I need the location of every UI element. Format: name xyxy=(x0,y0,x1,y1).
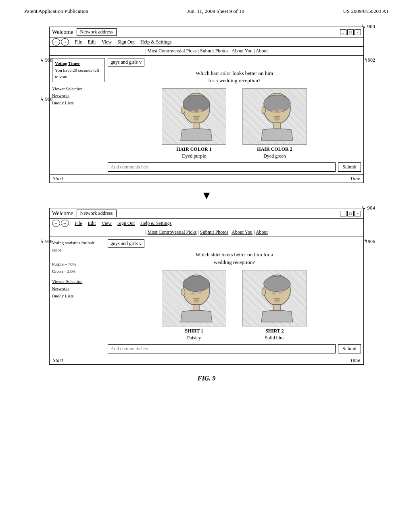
menu-edit-904[interactable]: Edit xyxy=(88,220,96,227)
voting-timer-900: Voting Timer You have 20 seconds left to… xyxy=(52,58,104,82)
patent-left: Patent Application Publication xyxy=(24,8,88,15)
filter-dropdown-900[interactable]: guys and girls v xyxy=(108,58,144,66)
svg-point-31 xyxy=(262,289,265,295)
close-btn-900[interactable]: × xyxy=(355,29,361,35)
photo-label-1-904: SHIRT 1 xyxy=(185,328,203,334)
stat1-904: Purple – 76% xyxy=(52,261,104,268)
submit-btn-900[interactable]: Submit xyxy=(338,162,361,172)
svg-point-7 xyxy=(181,107,185,114)
filter-row-904: guys and girls v xyxy=(108,239,361,248)
back-btn-900[interactable]: ← xyxy=(52,38,60,46)
svg-point-29 xyxy=(274,299,280,302)
photo-box-2-904[interactable] xyxy=(242,270,307,326)
titlebar-904: Welcome Network address _ □ × xyxy=(50,208,363,219)
nav-about-904[interactable]: About xyxy=(256,229,268,235)
networks-link-900[interactable]: Networks xyxy=(52,92,104,100)
photo-box-2-900[interactable] xyxy=(242,88,307,145)
fig-label: FIG. 9 xyxy=(49,375,364,382)
menu-view-904[interactable]: View xyxy=(102,220,112,227)
head-svg-1-900 xyxy=(168,90,220,143)
window-904: Welcome Network address _ □ × ← → File E… xyxy=(49,208,364,364)
svg-point-15 xyxy=(262,107,265,114)
menu-help-904[interactable]: Help & Settings xyxy=(140,220,171,227)
menu-view-900[interactable]: View xyxy=(102,39,112,45)
close-btn-904[interactable]: × xyxy=(355,211,361,216)
forward-btn-904[interactable]: → xyxy=(61,220,69,227)
nav-about-900[interactable]: About xyxy=(256,48,268,54)
nav-aboutyou-900[interactable]: About You xyxy=(232,48,252,54)
photo-box-1-900[interactable] xyxy=(162,88,226,145)
menu-file-904[interactable]: File xyxy=(75,220,82,227)
label-910: ↳ 910 xyxy=(40,96,52,102)
photo-item-2-900: HAIR COLOR 2 Dyed green xyxy=(238,88,311,159)
nav-controversial-904[interactable]: Most Controversial Picks xyxy=(148,229,197,235)
address-bar-900[interactable]: Network address xyxy=(77,28,117,36)
maximize-btn-900[interactable]: □ xyxy=(347,29,354,35)
buddylists-link-904[interactable]: Buddy Lists xyxy=(52,293,104,300)
svg-point-23 xyxy=(181,289,185,295)
submit-btn-904[interactable]: Submit xyxy=(338,344,361,353)
comment-input-900[interactable] xyxy=(108,162,336,172)
minimize-btn-904[interactable]: _ xyxy=(340,211,346,216)
label-908-top: ↳ 908 xyxy=(40,57,52,63)
label-906: ↰ 906 xyxy=(364,239,375,245)
nav-submit-904[interactable]: Submit Photos xyxy=(200,229,228,235)
viewer-selection-link-904[interactable]: Viewer Selection xyxy=(52,278,104,285)
nav-controversial-900[interactable]: Most Controversial Picks xyxy=(148,48,197,54)
nav-arrows-904: ← → xyxy=(52,220,69,227)
menu-signout-900[interactable]: Sign Out xyxy=(117,39,135,45)
photo-label-2-904: SHIRT 2 xyxy=(265,328,284,334)
address-bar-904[interactable]: Network address xyxy=(77,210,117,217)
patent-right: US 2009/0150203 A1 xyxy=(343,8,389,15)
svg-point-3 xyxy=(197,110,202,112)
welcome-label-900: Welcome xyxy=(52,29,73,35)
status-left-904: Start xyxy=(53,357,63,364)
svg-point-10 xyxy=(271,110,276,113)
photo-box-1-904[interactable] xyxy=(162,270,226,326)
nav-submit-900[interactable]: Submit Photos xyxy=(200,48,228,54)
status-right-904: Time xyxy=(350,357,360,364)
menu-signout-904[interactable]: Sign Out xyxy=(117,220,135,227)
buddylists-link-900[interactable]: Buddy Lists xyxy=(52,100,104,107)
photo-item-1-904: SHIRT 1 Paisley xyxy=(158,270,230,341)
networks-link-904[interactable]: Networks xyxy=(52,285,104,293)
menu-help-900[interactable]: Help & Settings xyxy=(140,39,171,45)
svg-point-1 xyxy=(183,95,210,112)
stat2-904: Green – 24% xyxy=(52,268,104,275)
svg-point-13 xyxy=(274,117,280,121)
minimize-btn-900[interactable]: _ xyxy=(340,29,346,35)
svg-point-2 xyxy=(191,110,196,113)
nav-aboutyou-904[interactable]: About You xyxy=(232,229,252,235)
forward-btn-900[interactable]: → xyxy=(61,38,69,46)
svg-point-25 xyxy=(264,276,290,291)
comment-row-900: Submit xyxy=(108,162,361,172)
head-svg-1-904 xyxy=(168,272,220,324)
question-900: Which hair color looks better on himfor … xyxy=(108,70,361,84)
photo-comparison-900: HAIR COLOR 1 Dyed purple xyxy=(108,88,361,159)
label-908-904: ↳ 908 xyxy=(40,239,52,245)
svg-point-26 xyxy=(271,292,276,295)
filter-dropdown-904[interactable]: guys and girls v xyxy=(108,239,144,248)
dropdown-arrow-904: v xyxy=(139,241,142,247)
label-902: ↰ 902 xyxy=(364,57,375,63)
window-controls-900: _ □ × xyxy=(340,29,361,35)
svg-point-5 xyxy=(194,117,199,121)
svg-point-27 xyxy=(278,291,283,294)
content-904: ↳ 908 Voting statistics for hair color P… xyxy=(50,237,363,355)
maximize-btn-904[interactable]: □ xyxy=(347,211,354,216)
menu-edit-900[interactable]: Edit xyxy=(88,39,96,45)
comment-input-904[interactable] xyxy=(108,344,336,353)
menubar-904: ← → File Edit View Sign Out Help & Setti… xyxy=(50,219,363,228)
filter-value-904: guys and girls xyxy=(111,241,138,247)
photo-label-2-900: HAIR COLOR 2 xyxy=(257,146,292,152)
menu-file-900[interactable]: File xyxy=(75,39,82,45)
filter-row-900: guys and girls v xyxy=(108,58,361,66)
patent-date: Jun. 11, 2009 Sheet 9 of 10 xyxy=(187,8,244,15)
back-btn-904[interactable]: ← xyxy=(52,220,60,227)
dropdown-arrow-900: v xyxy=(139,59,142,65)
timer-title-900: Voting Timer xyxy=(55,60,102,67)
statusbar-904: Start Time xyxy=(50,356,363,364)
voting-stats-904: Voting statistics for hair color Purple … xyxy=(52,239,104,275)
welcome-label-904: Welcome xyxy=(52,210,73,217)
viewer-selection-link-900[interactable]: Viewer Selection xyxy=(52,85,104,93)
